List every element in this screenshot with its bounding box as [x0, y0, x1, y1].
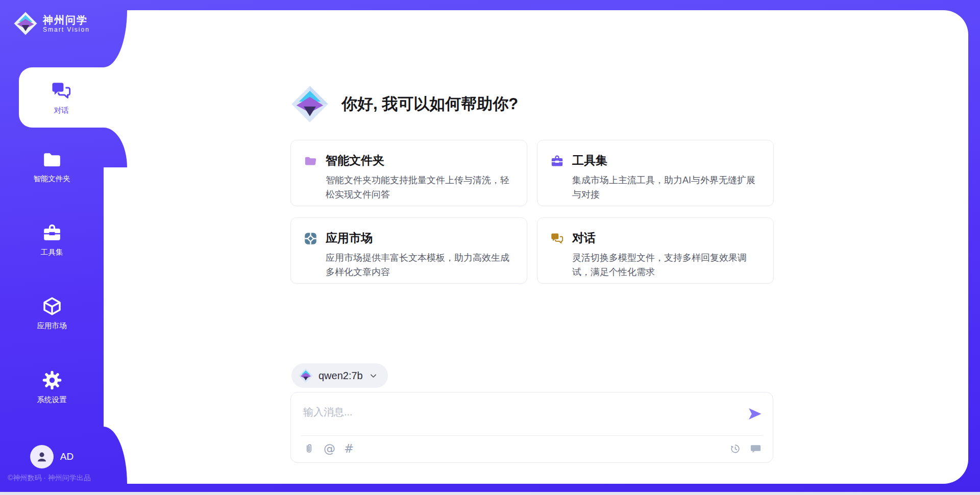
feedback-bubble-icon[interactable]	[750, 443, 762, 455]
sidebar-item-settings[interactable]: 系统设置	[0, 370, 104, 405]
sidebar-item-toolset[interactable]: 工具集	[0, 222, 104, 257]
card-description: 灵活切换多模型文件，支持多样回复效果调试，满足个性化需求	[572, 251, 761, 279]
main-content: 你好, 我可以如何帮助你? 智能文件夹 智能文件夹功能支持批量文件上传与清洗，轻…	[104, 10, 968, 484]
composer-right-tools	[729, 443, 762, 455]
assistant-diamond-icon	[290, 85, 329, 123]
send-icon	[747, 406, 763, 422]
brand-diamond-icon	[13, 11, 38, 36]
sidebar-item-app-market[interactable]: 应用市场	[0, 296, 104, 331]
cube-icon	[42, 296, 62, 316]
card-description: 应用市场提供丰富长文本模板，助力高效生成多样化文章内容	[326, 251, 514, 279]
brand-subtitle: Smart Vision	[43, 26, 90, 33]
attachment-icon[interactable]	[303, 443, 315, 455]
sidebar-item-label: 对话	[54, 106, 69, 115]
send-button[interactable]	[747, 406, 763, 422]
sidebar: 神州问学 Smart Vision 对话 智能文件夹 工具集	[0, 0, 104, 495]
grid-cube-icon	[304, 232, 317, 245]
brand-name: 神州问学	[43, 14, 90, 26]
message-input[interactable]	[298, 398, 737, 426]
toolbox-icon	[550, 154, 564, 168]
sidebar-item-label: 工具集	[41, 247, 63, 257]
user-profile[interactable]: AD	[0, 445, 104, 468]
card-app-market[interactable]: 应用市场 应用市场提供丰富长文本模板，助力高效生成多样化文章内容	[290, 217, 527, 284]
composer-divider	[301, 435, 763, 436]
brand-logo: 神州问学 Smart Vision	[0, 0, 104, 36]
toolbox-icon	[42, 222, 62, 243]
folder-icon	[304, 154, 317, 168]
history-icon[interactable]	[729, 443, 741, 455]
card-chat[interactable]: 对话 灵活切换多模型文件，支持多样回复效果调试，满足个性化需求	[537, 217, 774, 284]
model-name: qwen2:7b	[318, 370, 363, 382]
folder-icon	[42, 149, 62, 169]
card-toolset[interactable]: 工具集 集成市场上主流工具，助力AI与外界无缝扩展与对接	[537, 140, 774, 206]
gear-icon	[42, 370, 62, 390]
message-composer: @ #	[290, 392, 773, 463]
greeting-text: 你好, 我可以如何帮助你?	[341, 93, 518, 115]
composer-toolbar: @ #	[303, 440, 762, 457]
sidebar-item-smart-folder[interactable]: 智能文件夹	[0, 149, 104, 184]
model-diamond-icon	[298, 368, 313, 383]
model-selector[interactable]: qwen2:7b	[291, 363, 388, 388]
user-name: AD	[60, 451, 74, 462]
app-root: { "brand": { "name": "神州问学", "subtitle":…	[0, 0, 980, 495]
avatar	[30, 445, 54, 468]
sidebar-item-label: 系统设置	[37, 395, 67, 405]
chat-icon	[51, 80, 72, 102]
composer-left-tools: @ #	[303, 443, 354, 455]
copyright-footer: ©神州数码 · 神州问学出品	[8, 474, 91, 483]
sidebar-item-chat[interactable]: 对话	[19, 67, 104, 128]
card-title: 智能文件夹	[326, 155, 514, 166]
chevron-down-icon	[369, 372, 378, 380]
feature-cards: 智能文件夹 智能文件夹功能支持批量文件上传与清洗，轻松实现文件问答 工具集 集成…	[290, 140, 775, 284]
card-smart-folder[interactable]: 智能文件夹 智能文件夹功能支持批量文件上传与清洗，轻松实现文件问答	[290, 140, 527, 206]
card-title: 应用市场	[326, 232, 514, 244]
card-description: 智能文件夹功能支持批量文件上传与清洗，轻松实现文件问答	[326, 173, 514, 202]
person-icon	[35, 450, 48, 463]
greeting-block: 你好, 我可以如何帮助你?	[290, 85, 518, 123]
card-description: 集成市场上主流工具，助力AI与外界无缝扩展与对接	[572, 173, 761, 202]
hashtag-icon[interactable]: #	[344, 443, 354, 455]
sidebar-item-label: 应用市场	[37, 321, 67, 331]
sidebar-item-label: 智能文件夹	[33, 174, 70, 184]
card-title: 工具集	[572, 155, 761, 166]
chat-icon	[550, 232, 564, 245]
page-bottom-edge	[0, 492, 980, 495]
card-title: 对话	[572, 232, 761, 244]
mention-icon[interactable]: @	[324, 443, 335, 455]
